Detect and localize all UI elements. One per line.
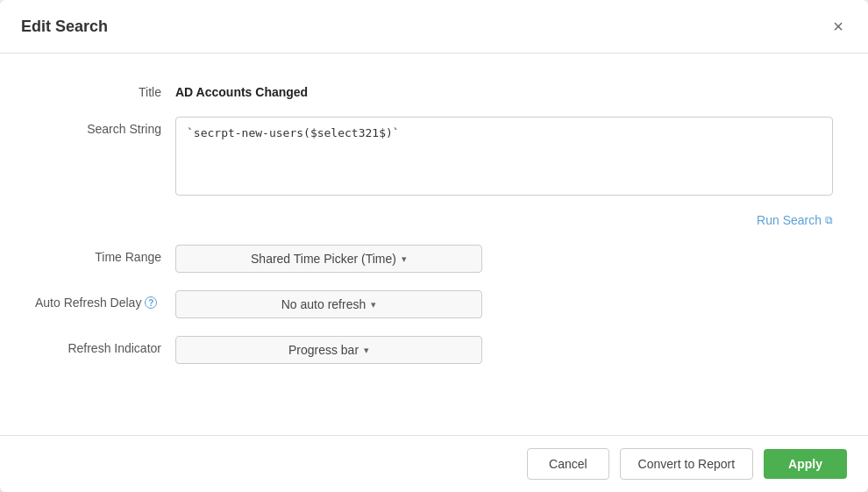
- time-range-dropdown[interactable]: Shared Time Picker (Time) ▾: [175, 245, 482, 273]
- search-string-label: Search String: [35, 117, 175, 136]
- auto-refresh-label-text: Auto Refresh Delay: [35, 296, 141, 310]
- refresh-indicator-value: Progress bar: [288, 343, 359, 357]
- run-search-link[interactable]: Run Search ⧉: [757, 213, 833, 227]
- refresh-indicator-label: Refresh Indicator: [35, 336, 175, 355]
- search-string-input[interactable]: `secrpt-new-users($select321$)`: [175, 117, 833, 196]
- modal-footer: Cancel Convert to Report Apply: [0, 435, 868, 492]
- modal-title: Edit Search: [21, 18, 108, 36]
- refresh-indicator-row: Refresh Indicator Progress bar ▾: [35, 336, 833, 364]
- run-search-row: Run Search ⧉: [35, 213, 833, 227]
- close-button[interactable]: ×: [829, 14, 847, 39]
- title-label: Title: [35, 80, 175, 99]
- modal-header: Edit Search ×: [0, 0, 868, 53]
- auto-refresh-help-icon[interactable]: ?: [145, 296, 157, 309]
- search-string-row: Search String `secrpt-new-users($select3…: [35, 117, 833, 196]
- time-range-row: Time Range Shared Time Picker (Time) ▾: [35, 245, 833, 273]
- title-row: Title AD Accounts Changed: [35, 80, 833, 99]
- auto-refresh-row: Auto Refresh Delay ? No auto refresh ▾: [35, 290, 833, 318]
- auto-refresh-label: Auto Refresh Delay ?: [35, 290, 175, 310]
- run-search-label: Run Search: [757, 213, 822, 227]
- cancel-button[interactable]: Cancel: [527, 448, 609, 480]
- apply-button[interactable]: Apply: [764, 449, 847, 479]
- auto-refresh-dropdown-arrow: ▾: [371, 299, 376, 310]
- convert-to-report-button[interactable]: Convert to Report: [620, 448, 754, 480]
- modal-body: Title AD Accounts Changed Search String …: [0, 53, 868, 435]
- refresh-indicator-dropdown[interactable]: Progress bar ▾: [175, 336, 482, 364]
- title-value: AD Accounts Changed: [175, 80, 833, 99]
- time-range-label: Time Range: [35, 245, 175, 264]
- time-range-value: Shared Time Picker (Time): [251, 252, 396, 266]
- time-range-dropdown-arrow: ▾: [402, 253, 407, 265]
- external-link-icon: ⧉: [825, 214, 833, 226]
- edit-search-modal: Edit Search × Title AD Accounts Changed …: [0, 0, 868, 492]
- modal-overlay: Edit Search × Title AD Accounts Changed …: [0, 0, 868, 492]
- auto-refresh-dropdown[interactable]: No auto refresh ▾: [175, 290, 482, 318]
- refresh-indicator-dropdown-arrow: ▾: [364, 345, 369, 356]
- auto-refresh-value: No auto refresh: [281, 297, 366, 311]
